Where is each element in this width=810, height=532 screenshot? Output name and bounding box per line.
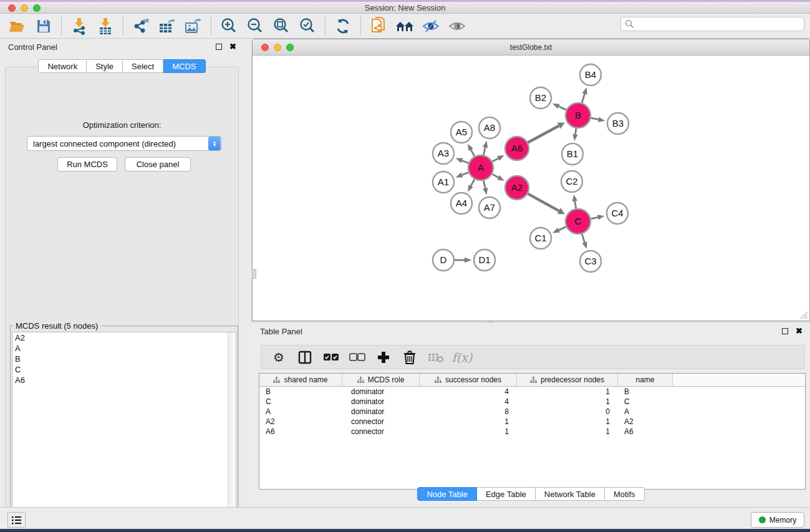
column-header-successor-nodes[interactable]: successor nodes: [420, 374, 517, 386]
node-table[interactable]: shared nameMCDS rolesuccessor nodesprede…: [259, 373, 806, 490]
table-cell[interactable]: A: [259, 407, 342, 416]
table-cell[interactable]: 1: [517, 417, 618, 426]
show-graphics-details-icon[interactable]: [447, 17, 467, 36]
control-panel-close-icon[interactable]: ✖: [229, 44, 236, 50]
first-neighbors-icon[interactable]: [395, 17, 415, 36]
add-column-icon[interactable]: [375, 349, 392, 366]
edge-A-A4[interactable]: [471, 179, 475, 185]
network-zoom-button[interactable]: [286, 44, 294, 51]
edge-A2-C[interactable]: [528, 194, 559, 211]
result-list-scrollbar[interactable]: [228, 332, 236, 532]
edge-C-C2[interactable]: [575, 201, 576, 209]
delete-column-icon[interactable]: [401, 349, 418, 366]
edge-B-B4[interactable]: [582, 94, 584, 103]
table-cell[interactable]: A2: [259, 417, 342, 426]
result-item[interactable]: C: [12, 364, 236, 375]
edge-A-A6[interactable]: [493, 158, 498, 162]
tab-edge-table[interactable]: Edge Table: [477, 487, 536, 501]
open-folder-icon[interactable]: [7, 17, 27, 36]
table-cell[interactable]: 8: [420, 407, 517, 416]
export-image-icon[interactable]: [183, 17, 203, 36]
zoom-selected-icon[interactable]: [297, 17, 317, 36]
table-panel-float-icon[interactable]: [782, 328, 788, 334]
table-cell[interactable]: 4: [420, 397, 517, 406]
edge-C-C4[interactable]: [591, 217, 598, 218]
run-mcds-button[interactable]: Run MCDS: [57, 157, 117, 172]
tab-motifs[interactable]: Motifs: [605, 487, 645, 501]
criterion-dropdown[interactable]: largest connected component (directed) ▲…: [27, 136, 222, 151]
table-cell[interactable]: connector: [342, 417, 420, 426]
table-row[interactable]: A2connector11A2: [259, 417, 805, 427]
table-cell[interactable]: B: [259, 387, 342, 396]
export-network-icon[interactable]: [131, 17, 151, 36]
result-item[interactable]: A6: [12, 375, 236, 385]
save-icon[interactable]: [34, 17, 54, 36]
main-zoom-button[interactable]: [33, 4, 41, 12]
table-cell[interactable]: C: [259, 397, 342, 406]
column-header-MCDS-role[interactable]: MCDS role: [342, 374, 420, 386]
control-panel-float-icon[interactable]: [216, 44, 222, 50]
zoom-out-icon[interactable]: [245, 17, 265, 36]
table-cell[interactable]: A2: [618, 417, 673, 426]
table-cell[interactable]: A6: [618, 427, 673, 436]
main-minimize-button[interactable]: [21, 4, 28, 12]
edge-A-A7[interactable]: [483, 181, 485, 188]
table-cell[interactable]: C: [618, 397, 673, 406]
tab-select[interactable]: Select: [123, 59, 163, 73]
table-options-gear-icon[interactable]: ⚙: [270, 349, 287, 366]
show-columns-icon[interactable]: [296, 349, 314, 366]
unselect-all-columns-icon[interactable]: [349, 349, 366, 366]
select-all-columns-icon[interactable]: [322, 349, 340, 366]
network-graph[interactable]: AA1A3A4A5A7A8A6A2BB1B2B3B4CC1C2C3C4DD1: [253, 56, 809, 318]
mcds-result-list[interactable]: A2ABCA6: [12, 332, 236, 532]
result-item[interactable]: A: [12, 343, 236, 354]
import-table-icon[interactable]: [95, 17, 115, 36]
table-panel-close-icon[interactable]: ✖: [796, 328, 803, 334]
tab-node-table[interactable]: Node Table: [417, 487, 477, 501]
splitter-grip-vertical[interactable]: [252, 269, 256, 279]
table-cell[interactable]: B: [618, 387, 673, 396]
edge-C-C1[interactable]: [559, 227, 566, 230]
edge-B-B3[interactable]: [591, 118, 599, 119]
edge-A-A5[interactable]: [471, 150, 475, 156]
tab-network-table[interactable]: Network Table: [536, 487, 605, 501]
table-row[interactable]: A6connector11A6: [259, 427, 805, 437]
column-header-predecessor-nodes[interactable]: predecessor nodes: [517, 374, 618, 386]
edge-A-A8[interactable]: [483, 147, 485, 155]
import-network-icon[interactable]: [69, 17, 89, 36]
edge-B-B1[interactable]: [576, 128, 576, 135]
network-close-button[interactable]: [261, 44, 269, 51]
table-cell[interactable]: 1: [420, 417, 517, 426]
close-panel-button[interactable]: Close panel: [125, 157, 191, 172]
edge-A-A3[interactable]: [462, 160, 469, 163]
result-item[interactable]: A2: [12, 332, 236, 343]
table-cell[interactable]: dominator: [342, 387, 420, 396]
table-row[interactable]: Cdominator41C: [259, 397, 805, 407]
table-cell[interactable]: dominator: [342, 397, 420, 406]
table-cell[interactable]: 1: [517, 427, 618, 436]
new-network-from-selection-icon[interactable]: [369, 17, 388, 36]
table-cell[interactable]: 4: [420, 387, 517, 396]
hide-graphics-details-icon[interactable]: [421, 17, 441, 36]
table-cell[interactable]: connector: [342, 427, 420, 436]
export-table-icon[interactable]: [157, 17, 177, 36]
table-cell[interactable]: 1: [517, 387, 618, 396]
edge-C-C3[interactable]: [582, 234, 584, 242]
tab-mcds[interactable]: MCDS: [163, 59, 205, 73]
network-minimize-button[interactable]: [274, 44, 281, 51]
column-header-name[interactable]: name: [618, 374, 673, 386]
zoom-fit-icon[interactable]: [271, 17, 291, 36]
tab-style[interactable]: Style: [87, 59, 123, 73]
table-cell[interactable]: dominator: [342, 407, 420, 416]
table-cell[interactable]: 0: [517, 407, 618, 416]
edge-A6-B[interactable]: [528, 126, 559, 143]
edge-A-A1[interactable]: [462, 173, 469, 175]
toolbar-search-field[interactable]: [620, 17, 804, 31]
table-cell[interactable]: 1: [517, 397, 618, 406]
network-window-titlebar[interactable]: testGlobe.txt: [253, 39, 809, 56]
table-row[interactable]: Adominator80A: [259, 407, 805, 417]
table-cell[interactable]: A: [618, 407, 673, 416]
edge-B-B2[interactable]: [559, 107, 566, 110]
tab-network[interactable]: Network: [38, 59, 87, 73]
network-canvas[interactable]: AA1A3A4A5A7A8A6A2BB1B2B3B4CC1C2C3C4DD1: [253, 56, 809, 318]
